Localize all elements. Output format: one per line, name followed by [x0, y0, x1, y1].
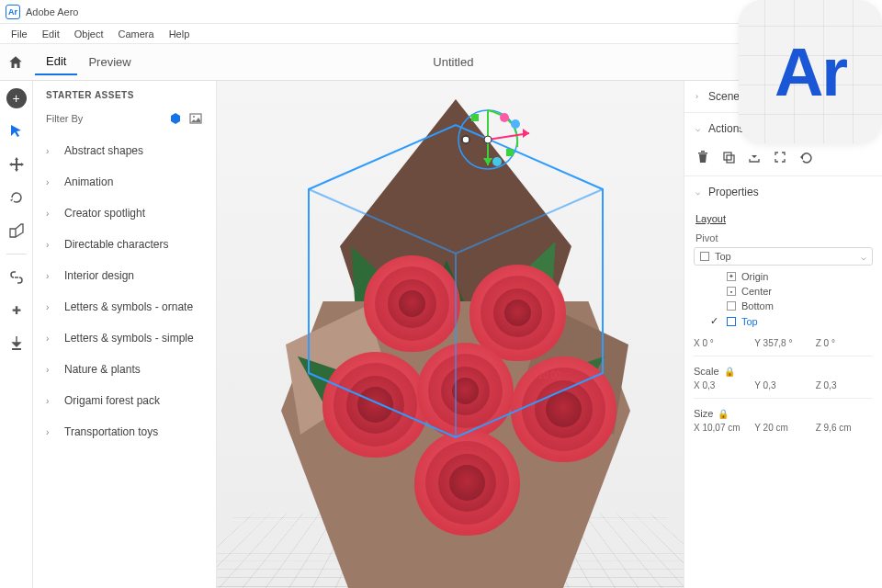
rotation-row[interactable]: X 0 ° Y 357,8 ° Z 0 °: [684, 334, 882, 352]
rotate-tool[interactable]: [6, 187, 27, 208]
rose: [511, 356, 616, 462]
pivot-option-origin[interactable]: ✦Origin: [710, 269, 882, 284]
size-row[interactable]: X 10,07 cm Y 20 cm Z 9,6 cm: [684, 419, 882, 436]
rose: [417, 343, 514, 439]
svg-point-2: [193, 116, 195, 118]
app-icon: Ar: [6, 5, 20, 19]
rose: [322, 352, 428, 458]
properties-panel: ›Scene ⌵Actions ⌵Properties Layout Pivot…: [684, 81, 882, 588]
logo-text: Ar: [775, 33, 846, 111]
assets-panel-title: STARTER ASSETS: [33, 81, 216, 106]
import-icon[interactable]: [747, 150, 762, 164]
tool-strip: + ✚: [0, 81, 33, 588]
menu-file[interactable]: File: [4, 27, 35, 41]
svg-rect-0: [12, 348, 21, 350]
pivot-option-top[interactable]: ✓Top: [710, 313, 882, 329]
assets-filter-row: Filter By: [33, 106, 216, 135]
menu-camera[interactable]: Camera: [111, 27, 162, 41]
pivot-option-bottom[interactable]: Bottom: [710, 299, 882, 313]
category-letters-simple[interactable]: ›Letters & symbols - simple: [33, 322, 216, 354]
link-tool[interactable]: [6, 267, 27, 288]
pivot-options: ✦Origin ▪Center Bottom ✓Top: [684, 267, 882, 334]
duplicate-icon[interactable]: [721, 150, 736, 164]
pivot-label: Pivot: [684, 227, 882, 245]
lock-icon[interactable]: 🔒: [718, 409, 729, 419]
pivot-option-center[interactable]: ▪Center: [710, 284, 882, 299]
category-nature-plants[interactable]: ›Nature & plants: [33, 354, 216, 385]
tab-preview[interactable]: Preview: [77, 50, 141, 74]
tool-separator: [6, 254, 27, 254]
scale-tool[interactable]: [6, 220, 27, 241]
category-origami-forest[interactable]: ›Origami forest pack: [33, 385, 216, 416]
category-directable-characters[interactable]: ›Directable characters: [33, 229, 216, 260]
svg-rect-13: [724, 153, 731, 160]
size-label: Size🔒: [684, 402, 882, 419]
scale-row[interactable]: X 0,3 Y 0,3 Z 0,3: [684, 377, 882, 394]
menu-object[interactable]: Object: [67, 27, 111, 41]
category-transportation-toys[interactable]: ›Transportation toys: [33, 416, 216, 447]
layout-label: Layout: [684, 208, 882, 227]
category-animation[interactable]: ›Animation: [33, 166, 216, 198]
app-logo-badge: Ar: [739, 0, 882, 143]
delete-icon[interactable]: [695, 150, 710, 164]
category-letters-ornate[interactable]: ›Letters & symbols - ornate: [33, 291, 216, 322]
pivot-dropdown[interactable]: Top: [694, 247, 873, 266]
scale-label: Scale🔒: [684, 360, 882, 377]
select-tool[interactable]: [6, 121, 27, 141]
category-interior-design[interactable]: ›Interior design: [33, 260, 216, 291]
crosshair-tool[interactable]: ✚: [6, 300, 27, 321]
viewport-3d[interactable]: X 10,00: [217, 81, 684, 588]
filter-image-icon[interactable]: [188, 111, 203, 126]
category-abstract-shapes[interactable]: ›Abstract shapes: [33, 135, 216, 166]
filter-label: Filter By: [46, 113, 83, 124]
rose: [364, 255, 460, 352]
category-creator-spotlight[interactable]: ›Creator spotlight: [33, 198, 216, 229]
drop-tool[interactable]: [6, 334, 27, 354]
assets-panel: STARTER ASSETS Filter By ›Abstract shape…: [33, 81, 217, 588]
menu-help[interactable]: Help: [162, 27, 198, 41]
svg-rect-14: [727, 155, 734, 163]
undo-icon[interactable]: [798, 150, 813, 164]
move-tool[interactable]: [6, 154, 27, 175]
add-button[interactable]: +: [6, 88, 27, 108]
viewport-overlay-label: X 10,00: [529, 370, 560, 380]
filter-3d-icon[interactable]: [168, 111, 183, 126]
expand-icon[interactable]: [773, 150, 787, 164]
lock-icon[interactable]: 🔒: [724, 367, 735, 377]
tab-edit[interactable]: Edit: [35, 49, 77, 75]
app-title: Adobe Aero: [26, 6, 79, 17]
properties-section-header[interactable]: ⌵Properties: [684, 176, 882, 208]
bouquet-object[interactable]: [244, 99, 667, 588]
rose: [414, 430, 520, 536]
home-icon[interactable]: [7, 54, 24, 71]
menu-edit[interactable]: Edit: [35, 27, 67, 41]
